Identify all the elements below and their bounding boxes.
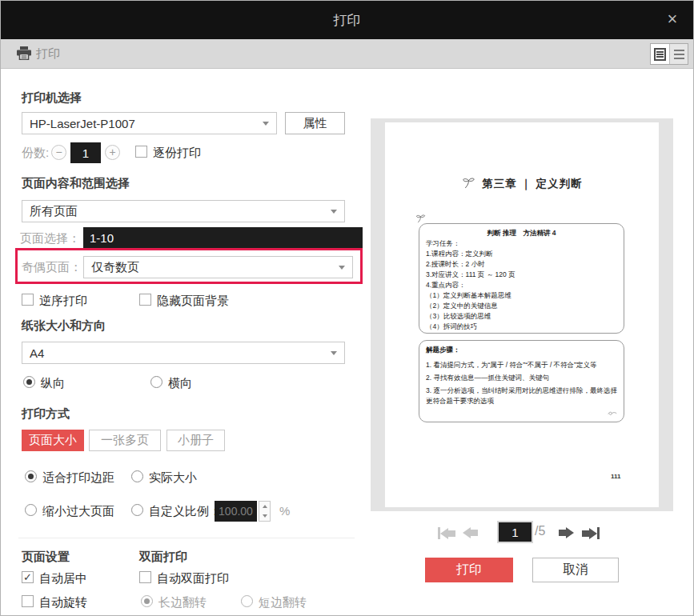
properties-label: 属性 — [303, 116, 327, 131]
study-task-line: （4）拆词的技巧 — [426, 322, 617, 332]
shrink-oversized-radio[interactable] — [25, 504, 37, 516]
range-section-title: 页面内容和范围选择 — [22, 176, 130, 191]
odd-even-label: 奇偶页面： — [22, 260, 82, 275]
landscape-radio[interactable] — [150, 376, 162, 388]
copies-decrement-button[interactable]: − — [51, 145, 66, 160]
page-setup-title: 页面设置 — [22, 550, 70, 565]
stem — [471, 530, 478, 536]
portrait-radio[interactable] — [23, 376, 35, 388]
tab-booklet-label: 小册子 — [178, 433, 214, 448]
stem — [582, 530, 589, 537]
auto-rotate-label[interactable]: 自动旋转 — [39, 595, 87, 610]
short-edge-radio[interactable] — [241, 595, 253, 607]
fit-margins-label[interactable]: 适合打印边距 — [42, 470, 114, 486]
solution-steps-box: 解题步骤： 1. 看清提问方式，为“属于 / 符合”“不属于 / 不符合”定义等… — [419, 340, 624, 422]
arrow-right-icon — [589, 528, 597, 539]
copies-increment-button[interactable]: + — [105, 145, 120, 160]
study-task-line: 1.课程内容：定义判断 — [426, 249, 617, 259]
toolbar-title: 打印 — [36, 46, 60, 62]
dialog-toolbar: 打印 — [1, 39, 693, 69]
current-page-input[interactable]: 1 — [497, 521, 533, 543]
duplex-title: 双面打印 — [139, 550, 187, 565]
reverse-order-checkbox[interactable] — [22, 294, 34, 306]
print-dialog: 打印 × 打印 打印机选择 HP-LaserJet-P1007 — [0, 0, 694, 616]
mode-section-title: 打印方式 — [22, 406, 70, 422]
reverse-order-label[interactable]: 逆序打印 — [39, 294, 87, 309]
copies-label: 份数: — [22, 146, 49, 161]
spinner-down-icon[interactable] — [259, 511, 270, 521]
printer-section-title: 打印机选择 — [22, 90, 82, 106]
auto-duplex-checkbox[interactable] — [139, 571, 151, 583]
list-view-button[interactable] — [669, 44, 688, 64]
auto-center-label[interactable]: 自动居中 — [39, 571, 87, 586]
hide-background-checkbox[interactable] — [139, 294, 151, 306]
study-task-line: 3.对应讲义：111 页 ～ 120 页 — [426, 270, 617, 280]
page-select-label: 页面选择： — [20, 231, 80, 246]
printer-name: HP-LaserJet-P1007 — [30, 117, 135, 130]
close-icon[interactable]: × — [661, 8, 684, 30]
shrink-oversized-label[interactable]: 缩小过大页面 — [42, 504, 114, 519]
auto-duplex-label[interactable]: 自动双面打印 — [157, 571, 229, 586]
previous-page-button[interactable] — [463, 527, 478, 538]
study-task-line: （1）定义判断基本解题思维 — [426, 290, 617, 301]
copies-input[interactable]: 1 — [70, 142, 101, 163]
properties-button[interactable]: 属性 — [285, 112, 345, 134]
print-button[interactable]: 打印 — [425, 558, 513, 582]
odd-even-select[interactable]: 仅奇数页 — [83, 256, 353, 278]
short-edge-label[interactable]: 短边翻转 — [259, 595, 307, 610]
percent-label: % — [279, 504, 290, 518]
collate-checkbox[interactable] — [135, 146, 147, 158]
cancel-button-label: 取消 — [563, 562, 588, 578]
solution-step-line: 2. 寻找有效信息——抓住关键词、关键句 — [426, 373, 617, 383]
portrait-label[interactable]: 纵向 — [41, 376, 65, 391]
detail-view-button[interactable] — [651, 44, 669, 64]
tab-multiple-per-sheet[interactable]: 一张多页 — [89, 430, 161, 451]
dialog-title: 打印 — [1, 11, 693, 30]
last-page-button[interactable] — [582, 527, 600, 539]
odd-even-value: 仅奇数页 — [91, 260, 139, 275]
hide-background-label[interactable]: 隐藏页面背景 — [157, 294, 229, 309]
tab-booklet[interactable]: 小册子 — [166, 430, 225, 451]
fit-margins-radio[interactable] — [25, 470, 37, 482]
chevron-down-icon — [339, 266, 345, 270]
long-edge-label[interactable]: 长边翻转 — [158, 595, 207, 610]
paper-size-value: A4 — [30, 346, 44, 360]
paper-size-select[interactable]: A4 — [22, 342, 345, 364]
study-task-line: 4.重点内容： — [426, 280, 617, 290]
chevron-down-icon — [331, 351, 337, 355]
study-task-line: （2）定义中的关键信息 — [426, 301, 617, 311]
chapter-heading: 第三章 ｜ 定义判断 — [385, 177, 659, 191]
custom-scale-label[interactable]: 自定义比例： — [149, 504, 221, 519]
tab-multiple-label: 一张多页 — [101, 433, 149, 448]
landscape-label[interactable]: 横向 — [168, 376, 192, 391]
tab-page-size[interactable]: 页面大小 — [22, 430, 84, 451]
auto-rotate-checkbox[interactable] — [22, 595, 34, 607]
preview-page-number: 111 — [611, 473, 620, 480]
solution-steps-title: 解题步骤： — [426, 345, 617, 355]
actual-size-radio[interactable] — [131, 470, 143, 482]
cancel-button[interactable]: 取消 — [532, 558, 619, 582]
section-divider — [18, 538, 355, 538]
actual-size-label[interactable]: 实际大小 — [149, 470, 197, 486]
chevron-down-icon — [263, 122, 269, 126]
flourish-icon — [608, 405, 617, 419]
long-edge-radio[interactable] — [141, 595, 153, 607]
collate-label[interactable]: 逐份打印 — [153, 146, 201, 161]
scale-spinner[interactable] — [259, 501, 271, 522]
page-range-select[interactable]: 所有页面 — [22, 200, 345, 222]
sprout-icon — [462, 178, 475, 189]
preview-page: 第三章 ｜ 定义判断 判断 推理 方法精讲 4 学习任务： 1.课程内容：定义判… — [385, 122, 659, 507]
auto-center-checkbox[interactable]: ✓ — [22, 571, 34, 583]
print-button-label: 打印 — [456, 562, 482, 578]
spinner-up-icon[interactable] — [259, 502, 270, 511]
view-toggle — [650, 43, 688, 65]
first-page-button[interactable] — [438, 527, 455, 539]
page-select-input[interactable]: 1-10 — [83, 227, 363, 248]
arrow-right-icon — [566, 527, 574, 538]
custom-scale-input[interactable]: 100.00 — [215, 501, 257, 522]
custom-scale-radio[interactable] — [131, 504, 143, 516]
title-bar: 打印 × — [1, 1, 693, 39]
study-task-line: （3）比较选项的思维 — [426, 311, 617, 322]
printer-select[interactable]: HP-LaserJet-P1007 — [22, 112, 277, 134]
next-page-button[interactable] — [559, 527, 574, 538]
